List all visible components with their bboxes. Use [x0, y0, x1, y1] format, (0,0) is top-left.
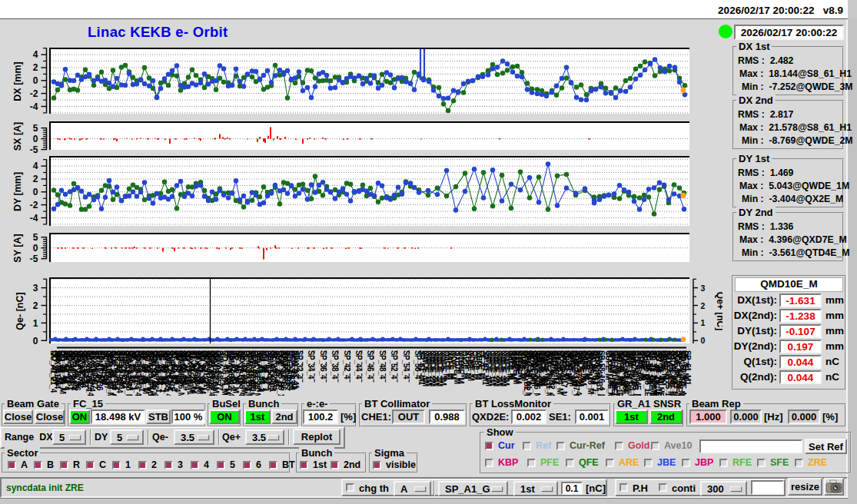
- svg-text:SP_52_4: SP_52_4: [390, 350, 398, 380]
- svg-text:0: 0: [33, 336, 38, 346]
- svg-text:1: 1: [33, 318, 38, 329]
- svg-text:Qe- [nC]: Qe- [nC]: [15, 292, 25, 330]
- svg-text:-4: -4: [30, 101, 38, 112]
- svg-text:SP_61_M1: SP_61_M1: [683, 350, 692, 386]
- svg-text:SP_32_4: SP_32_4: [295, 350, 304, 380]
- svg-text:3: 3: [33, 283, 38, 293]
- svg-text:5: 5: [33, 123, 38, 134]
- svg-text:SP_34_4: SP_34_4: [307, 350, 315, 380]
- svg-text:SP_36_4: SP_36_4: [319, 350, 327, 380]
- svg-text:0: 0: [33, 243, 38, 254]
- svg-text:SX [A]: SX [A]: [12, 122, 23, 151]
- svg-text:4: 4: [33, 161, 38, 171]
- svg-text:DX [mm]: DX [mm]: [12, 61, 23, 101]
- svg-text:SP_44_4: SP_44_4: [354, 350, 363, 380]
- svg-text:2: 2: [701, 301, 706, 310]
- svg-text:4: 4: [33, 49, 38, 60]
- svg-text:-5: -5: [30, 144, 38, 155]
- svg-text:SY [A]: SY [A]: [12, 234, 23, 262]
- svg-text:1: 1: [701, 318, 706, 327]
- svg-text:5: 5: [33, 232, 38, 243]
- svg-text:2: 2: [33, 300, 38, 311]
- svg-text:DY [mm]: DY [mm]: [12, 172, 23, 211]
- svg-text:0: 0: [701, 336, 706, 345]
- svg-text:3: 3: [701, 284, 706, 293]
- svg-text:SP_48_4: SP_48_4: [378, 350, 387, 380]
- svg-text:SP_46_4: SP_46_4: [366, 350, 374, 380]
- svg-text:SP_42_4: SP_42_4: [343, 350, 351, 380]
- svg-text:-4: -4: [30, 213, 38, 224]
- svg-text:0: 0: [33, 187, 38, 197]
- svg-text:0: 0: [33, 134, 38, 144]
- svg-text:2: 2: [33, 62, 38, 73]
- svg-text:-2: -2: [30, 200, 38, 211]
- svg-text:SP_54_4: SP_54_4: [402, 350, 410, 380]
- svg-text:2: 2: [33, 174, 38, 184]
- svg-text:0: 0: [33, 75, 38, 86]
- svg-text:-5: -5: [30, 254, 38, 264]
- svg-text:-2: -2: [30, 88, 38, 99]
- svg-text:Qe+ [nC]: Qe+ [nC]: [715, 292, 722, 330]
- svg-text:SP_38_4: SP_38_4: [331, 350, 339, 380]
